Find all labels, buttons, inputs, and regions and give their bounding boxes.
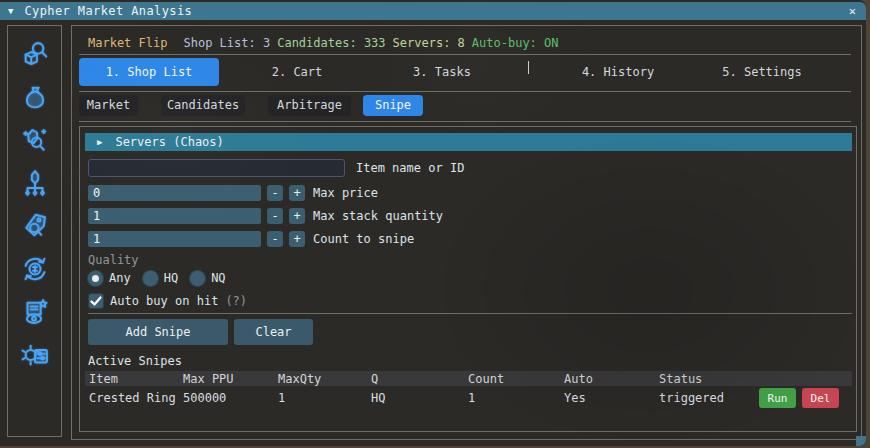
radio-hq[interactable] — [143, 271, 158, 286]
max-price-label: Max price — [313, 186, 378, 200]
money-bag-icon — [20, 82, 50, 112]
run-button[interactable]: Run — [759, 388, 796, 408]
cell-auto: Yes — [564, 391, 659, 405]
window-title: Cypher Market Analysis — [24, 4, 192, 18]
max-stack-increment-button[interactable]: + — [289, 208, 305, 224]
count-to-snipe-row: - + Count to snipe — [88, 231, 414, 247]
radio-hq-label[interactable]: HQ — [164, 271, 178, 285]
max-price-row: - + Max price — [88, 185, 378, 201]
market-exchange-icon — [20, 254, 50, 284]
count-increment-button[interactable]: + — [289, 231, 305, 247]
sidebar-item-money-bag[interactable] — [19, 81, 51, 112]
sidebar-item-crystal-network[interactable] — [19, 167, 51, 198]
radio-nq[interactable] — [190, 271, 205, 286]
subtab-arbitrage[interactable]: Arbitrage — [268, 95, 351, 116]
collapse-arrow-icon[interactable]: ▶ — [97, 137, 102, 147]
del-button[interactable]: Del — [802, 388, 839, 408]
col-auto: Auto — [564, 372, 659, 386]
radio-any[interactable] — [88, 271, 103, 286]
close-icon[interactable]: ✕ — [849, 4, 856, 18]
cell-max-qty: 1 — [278, 391, 371, 405]
subtab-snipe[interactable]: Snipe — [363, 95, 423, 116]
sidebar-item-gem-appraisal[interactable] — [19, 124, 51, 155]
item-search-icon — [20, 39, 50, 69]
stat-servers: Servers: 8 — [393, 36, 465, 50]
settings-gear-icon — [20, 340, 50, 370]
text-cursor — [528, 61, 529, 74]
col-max-ppu: Max PPU — [183, 372, 278, 386]
tab-history[interactable]: 4. History — [582, 58, 654, 86]
cell-max-ppu: 500000 — [183, 391, 278, 405]
quality-options: Any HQ NQ — [88, 270, 238, 286]
crystal-network-icon — [20, 168, 50, 198]
servers-header-label: Servers (Chaos) — [115, 135, 223, 149]
max-price-input[interactable] — [88, 185, 261, 201]
radio-any-label[interactable]: Any — [109, 271, 131, 285]
subtab-candidates[interactable]: Candidates — [161, 95, 245, 116]
add-snipe-button[interactable]: Add Snipe — [88, 319, 228, 345]
report-document-icon — [20, 297, 50, 327]
cell-q: HQ — [371, 391, 468, 405]
radio-nq-label[interactable]: NQ — [211, 271, 225, 285]
clear-button[interactable]: Clear — [234, 319, 313, 345]
item-name-label: Item name or ID — [356, 161, 464, 175]
count-to-snipe-label: Count to snipe — [313, 232, 414, 246]
max-stack-row: - + Max stack quantity — [88, 208, 443, 224]
quality-label: Quality — [88, 253, 139, 267]
max-price-increment-button[interactable]: + — [289, 185, 305, 201]
sidebar-item-item-search[interactable] — [19, 38, 51, 69]
tab-tasks[interactable]: 3. Tasks — [413, 58, 471, 86]
status-header: Market Flip Shop List: 3 Candidates: 333… — [88, 36, 566, 50]
cell-item: Crested Ring — [89, 391, 183, 405]
app-window: ▼ Cypher Market Analysis ✕ — [0, 0, 866, 446]
col-item: Item — [89, 372, 183, 386]
cell-count: 1 — [468, 391, 564, 405]
tab-shop-list[interactable]: 1. Shop List — [79, 58, 219, 86]
divider — [79, 54, 851, 55]
subtab-market[interactable]: Market — [79, 95, 138, 116]
active-snipes-title: Active Snipes — [88, 354, 182, 368]
window-menu-icon[interactable]: ▼ — [8, 2, 13, 20]
tab-cart[interactable]: 2. Cart — [272, 58, 323, 86]
tab-settings[interactable]: 5. Settings — [722, 58, 801, 86]
gem-appraisal-icon — [20, 125, 50, 155]
servers-header[interactable]: ▶ Servers (Chaos) — [85, 133, 852, 151]
auto-buy-checkbox[interactable] — [88, 293, 104, 309]
col-q: Q — [371, 372, 468, 386]
auto-buy-label[interactable]: Auto buy on hit — [110, 294, 218, 308]
sidebar-item-market-exchange[interactable] — [19, 253, 51, 284]
status-text: triggered — [659, 391, 724, 405]
sidebar-item-report-document[interactable] — [19, 296, 51, 327]
table-row: Crested Ring 500000 1 HQ 1 Yes triggered… — [85, 387, 852, 409]
sidebar-item-price-tag-search[interactable] — [19, 210, 51, 241]
count-to-snipe-input[interactable] — [88, 231, 261, 247]
max-stack-input[interactable] — [88, 208, 261, 224]
item-name-row: Item name or ID — [88, 159, 464, 177]
snipes-table-header: Item Max PPU MaxQty Q Count Auto Status — [85, 371, 852, 386]
sidebar-item-settings-gear[interactable] — [19, 339, 51, 370]
checkmark-icon — [90, 295, 102, 307]
auto-buy-hint[interactable]: (?) — [225, 294, 247, 308]
count-decrement-button[interactable]: - — [267, 231, 283, 247]
stat-shop-list: Shop List: 3 — [183, 36, 270, 50]
col-count: Count — [468, 372, 564, 386]
stat-auto-buy: Auto-buy: ON — [472, 36, 559, 50]
divider — [79, 121, 851, 122]
col-max-qty: MaxQty — [278, 372, 371, 386]
mode-label: Market Flip — [88, 36, 167, 50]
main-tabs: 1. Shop List 2. Cart 3. Tasks 4. History… — [72, 58, 861, 86]
cell-status: triggered Run Del — [659, 388, 852, 408]
status-stats: Shop List: 3 Candidates: 333 Servers: 8 … — [183, 36, 565, 50]
auto-buy-row: Auto buy on hit (?) — [88, 292, 247, 309]
max-stack-label: Max stack quantity — [313, 209, 443, 223]
title-bar[interactable]: ▼ Cypher Market Analysis ✕ — [0, 2, 866, 20]
col-status: Status — [659, 372, 852, 386]
max-stack-decrement-button[interactable]: - — [267, 208, 283, 224]
divider — [79, 91, 851, 92]
stat-candidates: Candidates: 333 — [277, 36, 385, 50]
price-tag-search-icon — [20, 211, 50, 241]
item-name-input[interactable] — [88, 159, 345, 177]
snipe-panel: ▶ Servers (Chaos) Item name or ID - + Ma… — [79, 126, 857, 432]
sidebar — [7, 25, 62, 437]
max-price-decrement-button[interactable]: - — [267, 185, 283, 201]
